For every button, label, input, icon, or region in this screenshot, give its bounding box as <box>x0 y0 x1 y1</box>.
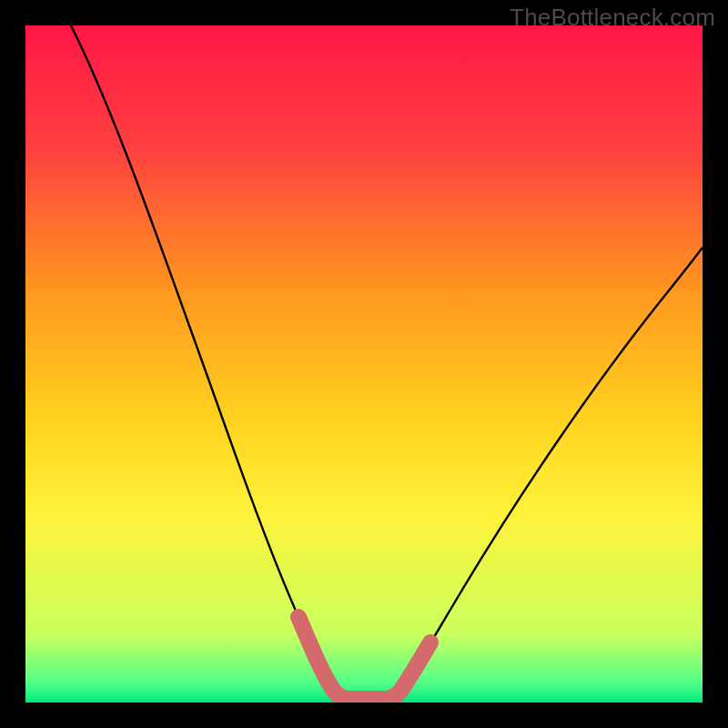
chart-plot-area <box>25 25 703 703</box>
chart-frame <box>25 25 703 703</box>
highlight-band <box>298 617 430 699</box>
bottleneck-curve <box>71 25 703 699</box>
watermark-label: TheBottleneck.com <box>510 4 715 32</box>
